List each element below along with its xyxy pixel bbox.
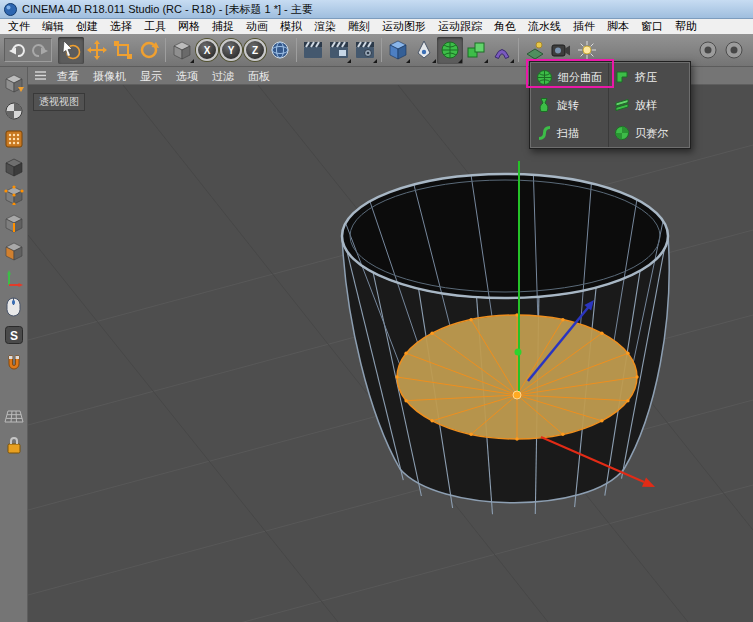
axis-mode-button[interactable]	[2, 267, 26, 291]
menu-item-script[interactable]: 脚本	[601, 19, 635, 34]
menu-item-sweep[interactable]: 扫描	[531, 119, 608, 147]
vp-menu-filter[interactable]: 过滤	[205, 67, 241, 85]
globe-icon	[270, 40, 290, 60]
lock-icon	[6, 436, 22, 454]
last-tool-cube[interactable]	[169, 37, 195, 64]
camera-button[interactable]	[548, 37, 574, 64]
z-axis-lock[interactable]: Z	[244, 39, 266, 61]
menu-item-pipeline[interactable]: 流水线	[522, 19, 567, 34]
snap-icon: S	[4, 325, 24, 345]
lock-button[interactable]	[2, 433, 26, 457]
move-tool[interactable]	[84, 37, 110, 64]
workplane-grid-button[interactable]	[2, 405, 26, 429]
x-axis-lock[interactable]: X	[196, 39, 218, 61]
menu-item-label: 贝赛尔	[635, 126, 668, 141]
vp-menu-options[interactable]: 选项	[169, 67, 205, 85]
redo-icon	[31, 43, 49, 58]
cinema4d-window: CINEMA 4D R18.011 Studio (RC - R18) - [未…	[0, 0, 753, 622]
selected-polygon	[395, 313, 638, 440]
menu-item-bezier[interactable]: 贝赛尔	[608, 119, 691, 147]
coordinate-system-button[interactable]	[267, 37, 293, 64]
menu-item-mesh[interactable]: 网格	[172, 19, 206, 34]
spline-pen-button[interactable]	[411, 37, 437, 64]
perspective-viewport[interactable]: 透视视图	[28, 85, 753, 622]
workplane-mode-button[interactable]	[2, 155, 26, 179]
vp-menu-panel[interactable]: 面板	[241, 67, 277, 85]
polygons-mode-icon	[4, 241, 24, 261]
spline-pen-icon	[415, 40, 433, 60]
menu-item-animate[interactable]: 动画	[240, 19, 274, 34]
menu-item-mograph[interactable]: 运动图形	[376, 19, 432, 34]
light-button[interactable]	[574, 37, 600, 64]
menu-item-loft[interactable]: 放样	[608, 91, 691, 119]
lathe-icon	[536, 97, 552, 113]
vp-menu-view[interactable]: 查看	[50, 67, 86, 85]
menu-item-help[interactable]: 帮助	[669, 19, 703, 34]
snap-button[interactable]: S	[2, 323, 26, 347]
menu-item-extrude[interactable]: 挤压	[608, 63, 691, 91]
menu-item-edit[interactable]: 编辑	[36, 19, 70, 34]
model-mode-button[interactable]	[2, 99, 26, 123]
menu-item-subdivision-surface[interactable]: 细分曲面	[531, 63, 608, 91]
scale-icon	[113, 40, 133, 60]
interface-knob-button[interactable]	[721, 37, 747, 64]
y-axis-dot	[515, 349, 522, 356]
sweep-icon	[536, 125, 552, 141]
render-settings-button[interactable]	[352, 37, 378, 64]
viewport-mouse-button[interactable]	[2, 295, 26, 319]
points-mode-button[interactable]	[2, 183, 26, 207]
vp-menu-display[interactable]: 显示	[133, 67, 169, 85]
scale-tool[interactable]	[110, 37, 136, 64]
menubar: 文件 编辑 创建 选择 工具 网格 捕捉 动画 模拟 渲染 雕刻 运动图形 运动…	[0, 19, 753, 34]
primitive-cube-button[interactable]	[385, 37, 411, 64]
texture-mode-icon	[4, 129, 24, 149]
environment-button[interactable]	[522, 37, 548, 64]
menu-item-lathe[interactable]: 旋转	[531, 91, 608, 119]
titlebar: CINEMA 4D R18.011 Studio (RC - R18) - [未…	[0, 0, 753, 19]
menu-item-label: 放样	[635, 98, 657, 113]
toolbar-separator	[296, 38, 297, 62]
redo-button[interactable]	[29, 37, 51, 64]
menu-item-file[interactable]: 文件	[2, 19, 36, 34]
render-view-button[interactable]	[300, 37, 326, 64]
modeling-button[interactable]	[463, 37, 489, 64]
light-icon	[577, 40, 597, 60]
toolbar-separator	[165, 38, 166, 62]
menu-item-plugins[interactable]: 插件	[567, 19, 601, 34]
menu-item-label: 旋转	[557, 98, 579, 113]
make-editable-button[interactable]	[2, 71, 26, 95]
modeling-cubes-icon	[466, 40, 486, 60]
edges-mode-button[interactable]	[2, 211, 26, 235]
menu-item-motion-tracker[interactable]: 运动跟踪	[432, 19, 488, 34]
live-selection-tool[interactable]	[58, 37, 84, 64]
menu-item-sculpt[interactable]: 雕刻	[342, 19, 376, 34]
menu-item-character[interactable]: 角色	[488, 19, 522, 34]
undo-button[interactable]	[6, 37, 28, 64]
interface-knob-icon	[725, 41, 743, 59]
panel-grid-icon[interactable]	[34, 70, 47, 81]
menu-item-render[interactable]: 渲染	[308, 19, 342, 34]
menu-item-create[interactable]: 创建	[70, 19, 104, 34]
menu-item-label: 挤压	[635, 70, 657, 85]
undo-redo-group	[4, 38, 52, 62]
menu-item-snap[interactable]: 捕捉	[206, 19, 240, 34]
magnet-button[interactable]	[2, 351, 26, 375]
subdivision-surface-icon	[536, 69, 553, 86]
texture-mode-button[interactable]	[2, 127, 26, 151]
menu-item-window[interactable]: 窗口	[635, 19, 669, 34]
polygons-mode-button[interactable]	[2, 239, 26, 263]
generators-button[interactable]	[437, 37, 463, 64]
menu-item-tools[interactable]: 工具	[138, 19, 172, 34]
render-picture-viewer-button[interactable]	[326, 37, 352, 64]
menu-item-select[interactable]: 选择	[104, 19, 138, 34]
deformers-button[interactable]	[489, 37, 515, 64]
rotate-tool[interactable]	[136, 37, 162, 64]
scene-canvas[interactable]	[28, 85, 753, 622]
loft-icon	[614, 97, 630, 113]
menu-item-simulate[interactable]: 模拟	[274, 19, 308, 34]
vp-menu-cameras[interactable]: 摄像机	[86, 67, 133, 85]
y-axis-lock[interactable]: Y	[220, 39, 242, 61]
interface-knob-button[interactable]	[695, 37, 721, 64]
workplane-grid-icon	[4, 410, 24, 424]
origin-dot	[513, 391, 521, 399]
